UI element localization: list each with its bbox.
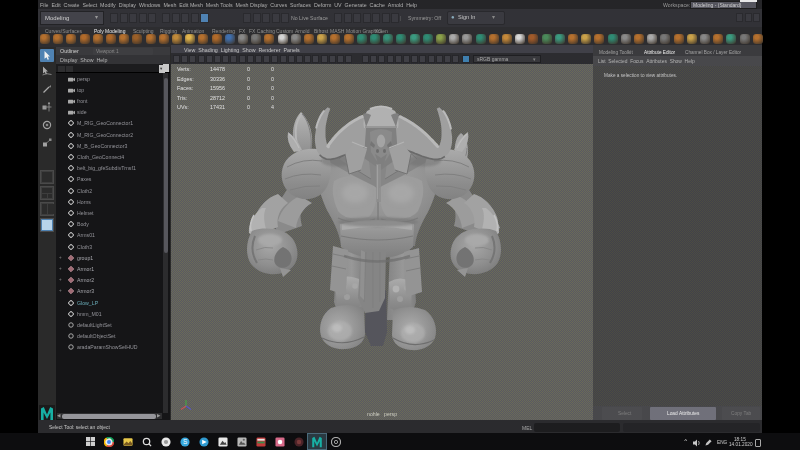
- svg-text:S: S: [183, 438, 187, 445]
